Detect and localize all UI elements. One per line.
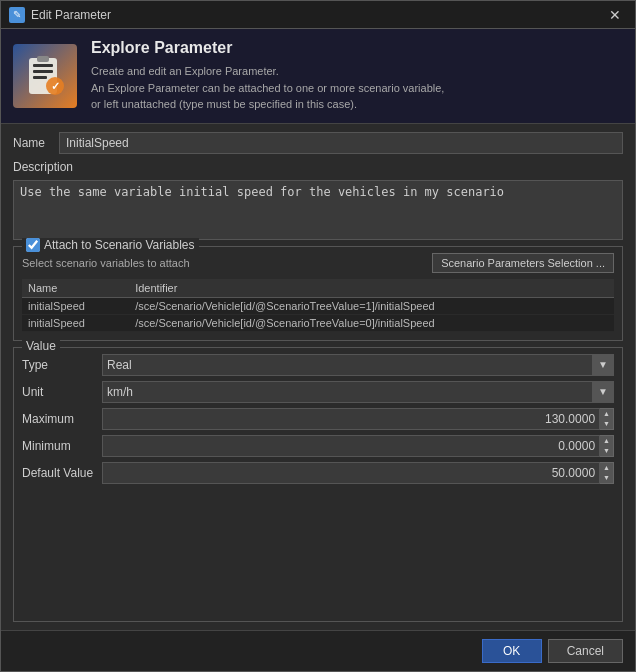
value-group-box: Value Type Real Integer String Boolean ▼… (13, 347, 623, 623)
header-banner: ✓ Explore Parameter Create and edit an E… (1, 29, 635, 124)
variables-table: Name Identifier initialSpeed /sce/Scenar… (22, 279, 614, 332)
svg-rect-2 (33, 70, 53, 73)
attach-title-text: Attach to Scenario Variables (44, 238, 195, 252)
window-icon: ✎ (9, 7, 25, 23)
cancel-button[interactable]: Cancel (548, 639, 623, 663)
minimum-input-wrapper: ▲ ▼ (102, 435, 614, 457)
unit-select[interactable]: km/h m/s mph (102, 381, 614, 403)
unit-row: Unit km/h m/s mph ▼ (22, 381, 614, 403)
unit-label: Unit (22, 385, 102, 399)
row1-name: initialSpeed (22, 297, 129, 314)
banner-svg-icon: ✓ (23, 54, 67, 98)
edit-parameter-window: ✎ Edit Parameter ✕ ✓ Explore Parameter C… (0, 0, 636, 672)
scenario-header: Select scenario variables to attach Scen… (22, 253, 614, 273)
svg-rect-3 (33, 76, 47, 79)
svg-rect-4 (37, 56, 49, 62)
name-row: Name (13, 132, 623, 154)
minimum-spin-up[interactable]: ▲ (600, 436, 613, 446)
type-row: Type Real Integer String Boolean ▼ (22, 354, 614, 376)
maximum-input[interactable] (102, 408, 600, 430)
default-row: Default Value ▲ ▼ (22, 462, 614, 484)
minimum-spin-buttons: ▲ ▼ (600, 435, 614, 457)
title-bar-left: ✎ Edit Parameter (9, 7, 111, 23)
select-label: Select scenario variables to attach (22, 257, 190, 269)
type-label: Type (22, 358, 102, 372)
maximum-spin-down[interactable]: ▼ (600, 419, 613, 429)
table-row[interactable]: initialSpeed /sce/Scenario/Vehicle[id/@S… (22, 314, 614, 331)
default-input-wrapper: ▲ ▼ (102, 462, 614, 484)
description-textarea[interactable]: Use the same variable initial speed for … (13, 180, 623, 240)
title-bar: ✎ Edit Parameter ✕ (1, 1, 635, 29)
window-title: Edit Parameter (31, 8, 111, 22)
svg-text:✓: ✓ (51, 80, 60, 92)
attach-checkbox[interactable] (26, 238, 40, 252)
row2-name: initialSpeed (22, 314, 129, 331)
default-label: Default Value (22, 466, 102, 480)
scenario-parameters-button[interactable]: Scenario Parameters Selection ... (432, 253, 614, 273)
ok-button[interactable]: OK (482, 639, 542, 663)
maximum-input-wrapper: ▲ ▼ (102, 408, 614, 430)
banner-text: Explore Parameter Create and edit an Exp… (91, 39, 444, 113)
attach-group-title: Attach to Scenario Variables (22, 238, 199, 252)
banner-description: Create and edit an Explore Parameter.An … (91, 63, 444, 113)
maximum-row: Maximum ▲ ▼ (22, 408, 614, 430)
type-select-wrapper: Real Integer String Boolean ▼ (102, 354, 614, 376)
default-spin-buttons: ▲ ▼ (600, 462, 614, 484)
unit-select-wrapper: km/h m/s mph ▼ (102, 381, 614, 403)
footer: OK Cancel (1, 630, 635, 671)
default-input[interactable] (102, 462, 600, 484)
minimum-row: Minimum ▲ ▼ (22, 435, 614, 457)
col-identifier-header: Identifier (129, 279, 614, 298)
maximum-label: Maximum (22, 412, 102, 426)
content-area: Name Description Use the same variable i… (1, 124, 635, 631)
minimum-spin-down[interactable]: ▼ (600, 446, 613, 456)
type-select[interactable]: Real Integer String Boolean (102, 354, 614, 376)
attach-group-box: Attach to Scenario Variables Select scen… (13, 246, 623, 341)
close-button[interactable]: ✕ (603, 5, 627, 25)
table-row[interactable]: initialSpeed /sce/Scenario/Vehicle[id/@S… (22, 297, 614, 314)
minimum-input[interactable] (102, 435, 600, 457)
name-input[interactable] (59, 132, 623, 154)
default-spin-down[interactable]: ▼ (600, 473, 613, 483)
description-label: Description (13, 160, 623, 174)
default-spin-up[interactable]: ▲ (600, 463, 613, 473)
col-name-header: Name (22, 279, 129, 298)
banner-title: Explore Parameter (91, 39, 444, 57)
row2-identifier: /sce/Scenario/Vehicle[id/@ScenarioTreeVa… (129, 314, 614, 331)
value-group-title: Value (22, 339, 60, 353)
maximum-spin-buttons: ▲ ▼ (600, 408, 614, 430)
maximum-spin-up[interactable]: ▲ (600, 409, 613, 419)
svg-rect-1 (33, 64, 53, 67)
minimum-label: Minimum (22, 439, 102, 453)
banner-icon: ✓ (13, 44, 77, 108)
name-label: Name (13, 136, 53, 150)
row1-identifier: /sce/Scenario/Vehicle[id/@ScenarioTreeVa… (129, 297, 614, 314)
